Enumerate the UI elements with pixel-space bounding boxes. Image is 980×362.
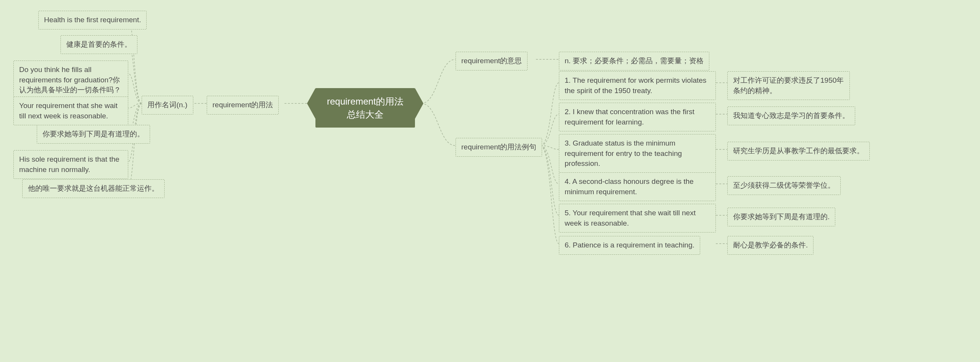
- ex-en-2-text: 3. Graduate status is the minimum requir…: [565, 139, 682, 167]
- ex-en-4-text: 5. Your requirement that she wait till n…: [565, 209, 696, 227]
- node-meaning-label: requirement的意思: [461, 57, 522, 65]
- ex-zh-1[interactable]: 我知道专心致志是学习的首要条件。: [727, 106, 855, 125]
- ex-zh-3-text: 至少须获得二级优等荣誉学位。: [733, 181, 835, 189]
- root-title: requirement的用法总结大全: [327, 96, 403, 120]
- ex-en-1[interactable]: 2. I knew that concentration was the fir…: [559, 103, 716, 131]
- ex-en-2[interactable]: 3. Graduate status is the minimum requir…: [559, 134, 716, 173]
- ex-zh-5[interactable]: 耐心是教学必备的条件.: [727, 236, 813, 255]
- ex-zh-2-text: 研究生学历是从事教学工作的最低要求。: [733, 147, 864, 155]
- ex-en-5-text: 6. Patience is a requirement in teaching…: [565, 241, 694, 249]
- node-usage-label: requirement的用法: [212, 101, 273, 109]
- root-node[interactable]: requirement的用法总结大全: [315, 88, 415, 128]
- left-example-3-text: Your requirement that she wait till next…: [19, 102, 118, 120]
- left-example-6-text: 他的唯一要求就是这台机器能正常运作。: [28, 184, 159, 192]
- left-example-1[interactable]: 健康是首要的条件。: [60, 35, 137, 54]
- node-meaning-text[interactable]: n. 要求；必要条件；必需品，需要量；资格: [559, 52, 709, 70]
- node-noun-label: 用作名词(n.): [147, 101, 188, 109]
- left-example-2[interactable]: Do you think he fills all requirements f…: [13, 61, 128, 100]
- ex-zh-0[interactable]: 对工作许可证的要求违反了1950年条约的精神。: [727, 71, 850, 100]
- ex-en-0[interactable]: 1. The requirement for work permits viol…: [559, 71, 716, 100]
- node-meaning-text-content: n. 要求；必要条件；必需品，需要量；资格: [565, 57, 704, 65]
- ex-en-3[interactable]: 4. A second-class honours degree is the …: [559, 172, 716, 201]
- ex-zh-4[interactable]: 你要求她等到下周是有道理的.: [727, 208, 835, 226]
- left-example-2-text: Do you think he fills all requirements f…: [19, 66, 121, 94]
- left-example-3[interactable]: Your requirement that she wait till next…: [13, 97, 128, 125]
- left-example-4-text: 你要求她等到下周是有道理的。: [42, 130, 144, 138]
- node-examples-label: requirement的用法例句: [461, 143, 536, 151]
- ex-en-5[interactable]: 6. Patience is a requirement in teaching…: [559, 236, 700, 255]
- left-example-0[interactable]: Health is the first requirement.: [38, 11, 147, 29]
- ex-zh-3[interactable]: 至少须获得二级优等荣誉学位。: [727, 176, 841, 195]
- ex-zh-5-text: 耐心是教学必备的条件.: [733, 241, 808, 249]
- left-example-5[interactable]: His sole requirement is that the machine…: [13, 150, 128, 179]
- ex-en-4[interactable]: 5. Your requirement that she wait till n…: [559, 204, 716, 233]
- left-example-6[interactable]: 他的唯一要求就是这台机器能正常运作。: [22, 179, 165, 198]
- left-example-1-text: 健康是首要的条件。: [66, 40, 132, 48]
- left-example-5-text: His sole requirement is that the machine…: [19, 155, 119, 174]
- left-example-4[interactable]: 你要求她等到下周是有道理的。: [37, 125, 150, 144]
- node-examples[interactable]: requirement的用法例句: [456, 138, 542, 157]
- node-usage[interactable]: requirement的用法: [207, 96, 279, 115]
- ex-en-0-text: 1. The requirement for work permits viol…: [565, 76, 706, 95]
- ex-en-3-text: 4. A second-class honours degree is the …: [565, 177, 694, 196]
- left-example-0-text: Health is the first requirement.: [44, 16, 141, 24]
- node-meaning[interactable]: requirement的意思: [456, 52, 528, 70]
- ex-zh-2[interactable]: 研究生学历是从事教学工作的最低要求。: [727, 142, 870, 161]
- ex-zh-0-text: 对工作许可证的要求违反了1950年条约的精神。: [733, 76, 844, 95]
- node-noun[interactable]: 用作名词(n.): [142, 96, 193, 115]
- ex-zh-1-text: 我知道专心致志是学习的首要条件。: [733, 111, 849, 120]
- ex-zh-4-text: 你要求她等到下周是有道理的.: [733, 213, 830, 221]
- ex-en-1-text: 2. I knew that concentration was the fir…: [565, 108, 694, 126]
- mindmap-canvas: requirement的用法总结大全 requirement的用法 用作名词(n…: [0, 0, 980, 362]
